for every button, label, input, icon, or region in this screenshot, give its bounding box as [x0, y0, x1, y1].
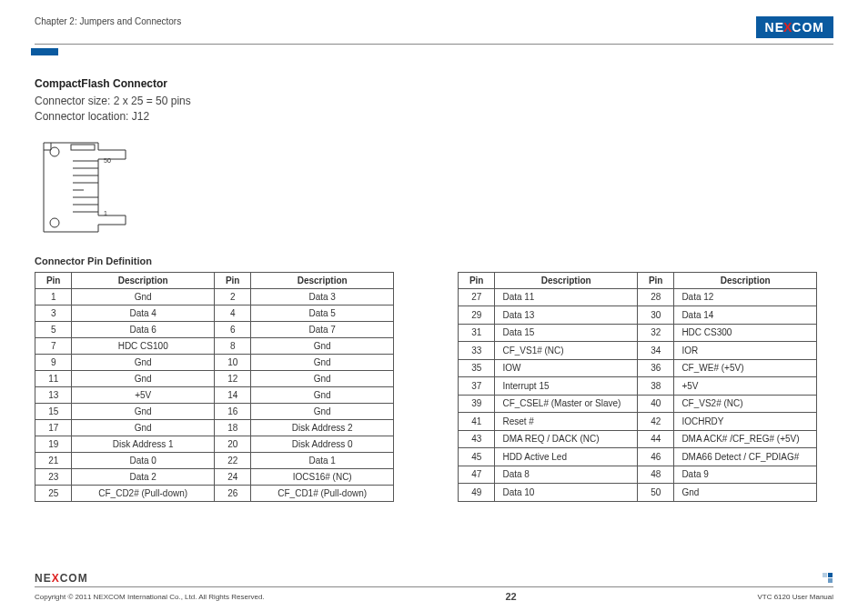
pin-cell: 48: [637, 466, 673, 484]
desc-cell: Data 6: [72, 321, 215, 337]
col-pin: Pin: [459, 272, 495, 288]
pin-cell: 45: [459, 448, 495, 466]
pin-cell: 8: [214, 337, 250, 354]
desc-cell: IOCS16# (NC): [251, 468, 394, 485]
svg-point-1: [50, 218, 59, 227]
pin-cell: 19: [35, 436, 72, 452]
pin-cell: 17: [35, 419, 72, 436]
logo-text-post: COM: [792, 20, 824, 35]
pin-cell: 39: [459, 395, 495, 413]
pin-table-left: Pin Description Pin Description 1Gnd2Dat…: [35, 272, 394, 502]
table-row: 3Data 44Data 5: [35, 305, 394, 321]
desc-cell: Interrupt 15: [495, 377, 638, 396]
accent-bar: [31, 48, 58, 55]
desc-cell: DMA ACK# /CF_REG# (+5V): [674, 430, 817, 448]
logo-text-pre: NE: [765, 20, 784, 35]
pin-cell: 23: [35, 468, 72, 485]
desc-cell: IOCHRDY: [674, 413, 817, 431]
desc-cell: Gnd: [72, 370, 215, 386]
desc-cell: CF_WE# (+5V): [674, 359, 817, 377]
pin-cell: 3: [35, 305, 72, 321]
desc-cell: Gnd: [72, 419, 215, 436]
desc-cell: Data 7: [251, 321, 394, 337]
table-row: 31Data 1532HDC CS300: [459, 324, 817, 342]
pin-cell: 37: [459, 377, 495, 396]
pin-cell: 47: [459, 466, 495, 484]
desc-cell: Data 10: [495, 484, 638, 502]
table-row: 1Gnd2Data 3: [35, 288, 394, 305]
desc-cell: +5V: [72, 386, 215, 403]
pin-cell: 10: [214, 354, 250, 370]
desc-cell: Gnd: [251, 370, 394, 386]
connector-size: Connector size: 2 x 25 = 50 pins: [35, 94, 833, 109]
desc-cell: Data 14: [674, 306, 817, 325]
desc-cell: HDC CS100: [72, 337, 215, 354]
table-row: 21Data 022Data 1: [35, 452, 394, 468]
svg-point-0: [50, 147, 59, 156]
col-desc: Description: [674, 272, 817, 288]
svg-rect-2: [71, 145, 95, 150]
footer-logo: NEXCOM: [35, 572, 833, 585]
col-desc: Description: [495, 272, 638, 288]
desc-cell: Disk Address 0: [251, 436, 394, 452]
chapter-title: Chapter 2: Jumpers and Connectors: [35, 16, 181, 26]
col-pin: Pin: [637, 272, 673, 288]
pin-cell: 36: [637, 359, 673, 377]
section-title: CompactFlash Connector: [35, 77, 833, 90]
pin-cell: 9: [35, 354, 72, 370]
table-row: 11Gnd12Gnd: [35, 370, 394, 386]
desc-cell: CF_CD2# (Pull-down): [72, 485, 215, 501]
copyright: Copyright © 2011 NEXCOM International Co…: [35, 593, 265, 601]
desc-cell: Gnd: [72, 354, 215, 370]
connector-location: Connector location: J12: [35, 109, 833, 125]
table-row: 17Gnd18Disk Address 2: [35, 419, 394, 436]
diagram-pin-bot: 1: [104, 210, 107, 216]
desc-cell: Data 13: [495, 306, 638, 325]
pin-cell: 4: [214, 305, 250, 321]
desc-cell: DMA REQ / DACK (NC): [495, 430, 638, 448]
desc-cell: IOW: [495, 359, 638, 377]
pin-definition-title: Connector Pin Definition: [35, 255, 833, 266]
desc-cell: Data 15: [495, 324, 638, 342]
pin-cell: 50: [637, 484, 673, 502]
table-row: 45HDD Active Led46DMA66 Detect / CF_PDIA…: [459, 448, 817, 466]
pin-cell: 1: [35, 288, 72, 305]
desc-cell: Data 0: [72, 452, 215, 468]
desc-cell: +5V: [674, 377, 817, 396]
desc-cell: Data 11: [495, 288, 638, 306]
desc-cell: CF_VS2# (NC): [674, 395, 817, 413]
table-row: 43DMA REQ / DACK (NC)44DMA ACK# /CF_REG#…: [459, 430, 817, 448]
col-desc: Description: [72, 272, 215, 288]
desc-cell: HDC CS300: [674, 324, 817, 342]
desc-cell: Data 2: [72, 468, 215, 485]
connector-diagram: 50 1: [35, 137, 833, 239]
table-row: 37Interrupt 1538+5V: [459, 377, 817, 396]
col-desc: Description: [251, 272, 394, 288]
pin-cell: 20: [214, 436, 250, 452]
pin-cell: 15: [35, 403, 72, 419]
pin-cell: 42: [637, 413, 673, 431]
desc-cell: Data 4: [72, 305, 215, 321]
table-row: 47Data 848Data 9: [459, 466, 817, 484]
pin-cell: 38: [637, 377, 673, 396]
pin-cell: 2: [214, 288, 250, 305]
table-row: 25CF_CD2# (Pull-down)26CF_CD1# (Pull-dow…: [35, 485, 394, 501]
pin-cell: 27: [459, 288, 495, 306]
pin-cell: 18: [214, 419, 250, 436]
pin-cell: 41: [459, 413, 495, 431]
desc-cell: CF_VS1# (NC): [495, 342, 638, 360]
desc-cell: Gnd: [674, 484, 817, 502]
desc-cell: CF_CSEL# (Master or Slave): [495, 395, 638, 413]
pin-cell: 28: [637, 288, 673, 306]
desc-cell: Disk Address 1: [72, 436, 215, 452]
pin-cell: 11: [35, 370, 72, 386]
desc-cell: Gnd: [72, 288, 215, 305]
pin-cell: 24: [214, 468, 250, 485]
desc-cell: Data 8: [495, 466, 638, 484]
pin-cell: 44: [637, 430, 673, 448]
col-pin: Pin: [214, 272, 250, 288]
pin-cell: 49: [459, 484, 495, 502]
table-row: 5Data 66Data 7: [35, 321, 394, 337]
pin-cell: 43: [459, 430, 495, 448]
col-pin: Pin: [35, 272, 72, 288]
